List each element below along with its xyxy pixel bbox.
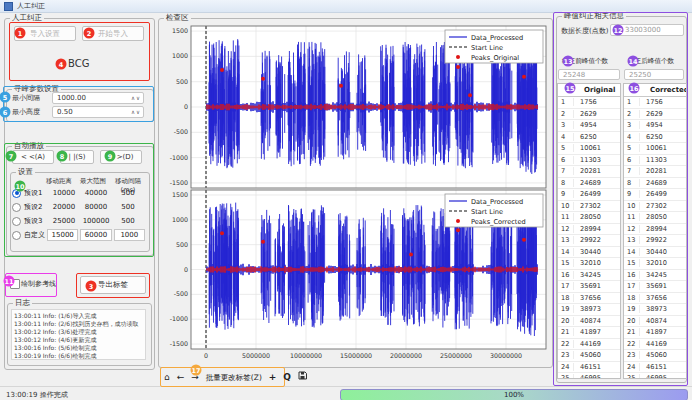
peak-sample-value: 2629 xyxy=(640,110,686,118)
table-row[interactable]: 1228994 xyxy=(558,224,620,236)
table-row[interactable]: 2446151 xyxy=(558,362,620,374)
table-row[interactable]: 2546995 xyxy=(558,373,620,379)
table-row[interactable]: 720281 xyxy=(558,166,620,178)
step-back-button[interactable]: < <(A) xyxy=(12,150,54,164)
original-peaks-table[interactable]: Original 1175622629349544625051006161130… xyxy=(557,83,621,379)
chart-peaks-original[interactable]: -1500-1000-500050010001500Data_Processed… xyxy=(163,22,549,189)
preset-label: 预设3 xyxy=(24,216,48,226)
table-row[interactable]: 1430440 xyxy=(558,247,620,259)
row-index: 21 xyxy=(558,328,574,336)
table-row[interactable]: 824689 xyxy=(558,178,620,190)
table-row[interactable]: 2141897 xyxy=(624,327,686,339)
export-labels-button[interactable]: 导出标签 xyxy=(80,276,146,294)
table-row[interactable]: 11756 xyxy=(558,97,620,109)
table-row[interactable]: 1837656 xyxy=(558,293,620,305)
preset-radio-1[interactable] xyxy=(12,189,21,198)
table-row[interactable]: 510061 xyxy=(624,143,686,155)
home-icon[interactable]: ⌂ xyxy=(164,370,170,385)
preset-radio-3[interactable] xyxy=(12,217,21,226)
spinner-updown-icon[interactable]: ∧∨ xyxy=(131,95,143,101)
preset-value-input[interactable]: 1000 xyxy=(114,229,145,241)
row-index: 1 xyxy=(624,98,640,106)
preset-value-input[interactable]: 15000 xyxy=(47,229,78,241)
min-interval-spinner[interactable]: 1000.00 ∧∨ xyxy=(52,92,144,104)
table-row[interactable]: 2040874 xyxy=(558,316,620,328)
window-title: 人工纠正 xyxy=(17,1,45,11)
table-row[interactable]: 1938973 xyxy=(558,304,620,316)
preset-row-3: 预设325000100000500 xyxy=(12,214,146,228)
table-row[interactable]: 2345060 xyxy=(624,350,686,362)
table-row[interactable]: 46250 xyxy=(624,132,686,144)
table-row[interactable]: 22629 xyxy=(624,109,686,121)
svg-text:-500: -500 xyxy=(174,128,188,135)
table-row[interactable]: 2546995 xyxy=(624,373,686,379)
log-textarea[interactable]: 13:00:11 Info: (1/6)导入完成13:00:11 Info: (… xyxy=(11,309,146,360)
table-row[interactable]: 1634245 xyxy=(558,270,620,282)
table-row[interactable]: 510061 xyxy=(558,143,620,155)
preset-radio-2[interactable] xyxy=(12,203,21,212)
table-row[interactable]: 824689 xyxy=(624,178,686,190)
table-row[interactable]: 1938973 xyxy=(624,304,686,316)
table-row[interactable]: 2244169 xyxy=(624,339,686,351)
row-index: 3 xyxy=(558,121,574,129)
preset-value-input[interactable]: 60000 xyxy=(80,229,111,241)
reference-line-checkbox[interactable] xyxy=(10,279,20,289)
table-row[interactable]: 1027302 xyxy=(558,201,620,213)
table-row[interactable]: 34954 xyxy=(624,120,686,132)
corrected-peaks-table[interactable]: Corrected 117562262934954462505100616113… xyxy=(623,83,687,379)
table-row[interactable]: 2244169 xyxy=(558,339,620,351)
batch-edit-labels-button[interactable]: 批量更改标签(Z) xyxy=(206,373,262,383)
table-row[interactable]: 1128050 xyxy=(558,212,620,224)
table-row[interactable]: 2040874 xyxy=(624,316,686,328)
table-row[interactable]: 1027302 xyxy=(624,201,686,213)
import-settings-button[interactable]: 导入设置 xyxy=(14,26,76,41)
row-index: 12 xyxy=(624,225,640,233)
table-row[interactable]: 926499 xyxy=(624,189,686,201)
table-row[interactable]: 1128050 xyxy=(624,212,686,224)
table-row[interactable]: 720281 xyxy=(624,166,686,178)
table-row[interactable]: 1532010 xyxy=(558,258,620,270)
row-index: 8 xyxy=(624,179,640,187)
data-length-field[interactable]: 33003000 xyxy=(610,24,684,36)
preset-radio-4[interactable] xyxy=(12,231,21,240)
table-row[interactable]: 1228994 xyxy=(624,224,686,236)
table-row[interactable]: 1430440 xyxy=(624,247,686,259)
chart-peaks-corrected[interactable]: -1500-1000-50005001000150005000000100000… xyxy=(163,189,549,363)
table-row[interactable]: 22629 xyxy=(558,109,620,121)
peak-sample-value: 1756 xyxy=(640,98,686,106)
table-row[interactable]: 11756 xyxy=(624,97,686,109)
peaks-after-field[interactable]: 25250 xyxy=(624,69,684,80)
spinner-updown-icon[interactable]: ∧∨ xyxy=(131,109,143,115)
table-row[interactable]: 34954 xyxy=(558,120,620,132)
row-index: 11 xyxy=(624,213,640,221)
peaks-before-field[interactable]: 25248 xyxy=(558,69,620,80)
min-height-spinner[interactable]: 0.50 ∧∨ xyxy=(52,106,144,118)
save-icon[interactable] xyxy=(298,370,307,385)
table-row[interactable]: 1735691 xyxy=(558,281,620,293)
table-row[interactable]: 611303 xyxy=(624,155,686,167)
table-row[interactable]: 1329922 xyxy=(558,235,620,247)
table-row[interactable]: 926499 xyxy=(558,189,620,201)
table-row[interactable]: 46250 xyxy=(558,132,620,144)
zoom-icon[interactable]: Q xyxy=(283,370,291,385)
peak-sample-value: 37656 xyxy=(640,294,686,302)
back-icon[interactable]: ← xyxy=(177,370,185,385)
pause-button[interactable]: | |(S) xyxy=(60,150,94,164)
table-row[interactable]: 2141897 xyxy=(558,327,620,339)
table-row[interactable]: 2345060 xyxy=(558,350,620,362)
table-row[interactable]: 1329922 xyxy=(624,235,686,247)
table-row[interactable]: 1634245 xyxy=(624,270,686,282)
forward-icon[interactable]: → xyxy=(191,370,199,385)
start-import-button[interactable]: 开始导入 xyxy=(82,26,144,41)
peak-sample-value: 35691 xyxy=(574,282,620,290)
original-table-header: Original xyxy=(558,84,620,97)
log-line: 13:00:12 Info: (4/6)更新完成 xyxy=(14,336,143,344)
table-row[interactable]: 611303 xyxy=(558,155,620,167)
peak-sample-value: 4954 xyxy=(640,121,686,129)
table-row[interactable]: 2446151 xyxy=(624,362,686,374)
table-row[interactable]: 1735691 xyxy=(624,281,686,293)
pan-icon[interactable]: + xyxy=(269,370,277,385)
table-row[interactable]: 1837656 xyxy=(624,293,686,305)
table-row[interactable]: 1532010 xyxy=(624,258,686,270)
step-forward-button[interactable]: > >(D) xyxy=(100,150,142,164)
